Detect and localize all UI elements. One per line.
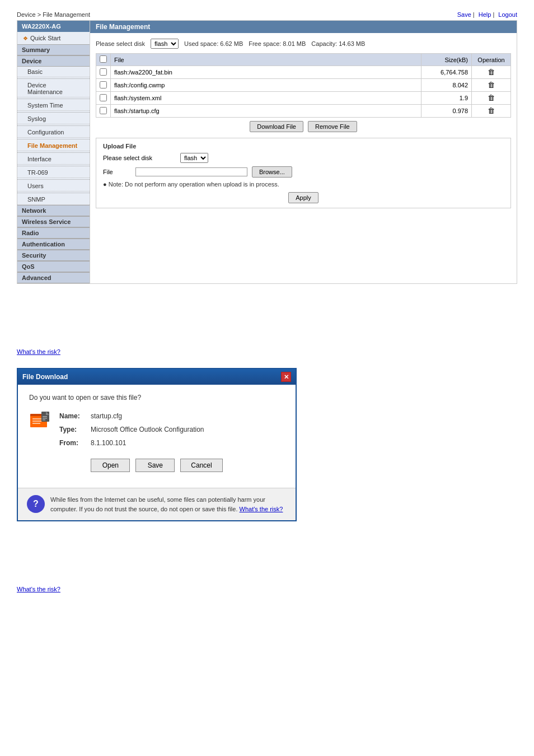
bottom-link[interactable]: What's the risk? — [17, 586, 60, 592]
dialog-file-details: Name: startup.cfg Type: Microsoft Office… — [59, 409, 204, 450]
col-header-file: File — [111, 54, 421, 66]
sidebar-sub-configuration[interactable]: Configuration — [17, 127, 90, 138]
sidebar-category-wireless-service[interactable]: Wireless Service — [17, 216, 90, 227]
bottom-paragraph-3 — [17, 575, 517, 585]
sidebar-sub-tr069[interactable]: TR-069 — [17, 167, 90, 178]
file-actions: Download File Remove File — [96, 121, 511, 132]
delete-icon-2[interactable] — [488, 81, 495, 90]
file-op-1 — [472, 66, 511, 79]
save-link[interactable]: Save — [457, 11, 471, 18]
dialog-buttons: Open Save Cancel — [29, 459, 284, 472]
main-container: WA2220X-AG ❖ Quick Start Summary Device … — [17, 20, 517, 284]
device-name: WA2220X-AG — [17, 21, 90, 32]
svg-rect-7 — [43, 416, 47, 417]
file-download-dialog: File Download ✕ Do you want to open or s… — [17, 368, 297, 521]
bottom-paragraph-2 — [17, 565, 517, 575]
delete-icon-3[interactable] — [488, 94, 495, 102]
disk-select[interactable]: flash — [151, 39, 179, 49]
dialog-title: File Download — [22, 373, 68, 381]
name-value: startup.cfg — [91, 409, 122, 423]
apply-button[interactable]: Apply — [288, 192, 318, 203]
browse-button[interactable]: Browse... — [252, 166, 292, 178]
file-size-1: 6,764.758 — [421, 66, 472, 79]
svg-rect-4 — [32, 423, 40, 424]
row-checkbox-cell — [96, 92, 111, 105]
delete-icon-1[interactable] — [488, 68, 495, 77]
upload-file-input[interactable] — [135, 167, 247, 176]
detail-row-name: Name: startup.cfg — [59, 409, 204, 423]
dialog-section: File Download ✕ Do you want to open or s… — [0, 368, 534, 538]
sidebar-category-authentication[interactable]: Authentication — [17, 239, 90, 250]
free-space: Free space: 8.01 MB — [249, 40, 306, 47]
sidebar-sub-basic[interactable]: Basic — [17, 67, 90, 77]
select-all-checkbox[interactable] — [100, 55, 107, 63]
upload-disk-row: Please select disk flash — [103, 153, 504, 163]
name-label: Name: — [59, 409, 87, 423]
logout-link[interactable]: Logout — [498, 11, 517, 18]
remove-file-button[interactable]: Remove File — [308, 121, 357, 132]
sidebar-category-advanced[interactable]: Advanced — [17, 272, 90, 283]
upload-section: Upload File Please select disk flash Fil… — [96, 138, 511, 208]
table-row: flash:/config.cwmp 8.042 — [96, 79, 511, 92]
upload-title: Upload File — [103, 143, 504, 150]
table-row: flash:/system.xml 1.9 — [96, 92, 511, 105]
help-link[interactable]: Help — [479, 11, 491, 18]
middle-link[interactable]: What's the risk? — [17, 348, 60, 355]
file-name-3: flash:/system.xml — [111, 92, 421, 105]
file-name-4: flash:/startup.cfg — [111, 105, 421, 118]
middle-paragraph-1 — [17, 318, 517, 328]
type-label: Type: — [59, 423, 87, 436]
upload-note-text: Note: Do not perform any operation when … — [109, 181, 279, 188]
upload-disk-select[interactable]: flash — [180, 153, 208, 163]
sidebar-category-radio[interactable]: Radio — [17, 227, 90, 239]
sidebar-sub-users[interactable]: Users — [17, 181, 90, 192]
file-op-4 — [472, 105, 511, 118]
middle-paragraph-2 — [17, 328, 517, 338]
sidebar-sub-system-time[interactable]: System Time — [17, 100, 90, 111]
sidebar-category-qos[interactable]: QoS — [17, 261, 90, 272]
sidebar-category-network[interactable]: Network — [17, 205, 90, 216]
sidebar-category-summary[interactable]: Summary — [17, 44, 90, 55]
sidebar-category-device[interactable]: Device — [17, 55, 90, 67]
svg-rect-8 — [43, 418, 47, 419]
row-checkbox-cell — [96, 79, 111, 92]
sidebar-category-security[interactable]: Security — [17, 250, 90, 261]
cancel-button[interactable]: Cancel — [180, 459, 222, 472]
sidebar-sub-interface[interactable]: Interface — [17, 154, 90, 165]
sidebar: WA2220X-AG ❖ Quick Start Summary Device … — [17, 21, 90, 283]
file-size-2: 8.042 — [421, 79, 472, 92]
file-table: File Size(kB) Operation flash:/wa2200_fa… — [96, 53, 511, 118]
dialog-question: Do you want to open or save this file? — [29, 394, 284, 402]
sidebar-sub-snmp[interactable]: SNMP — [17, 194, 90, 205]
top-bar: Device > File Management Save | Help | L… — [17, 11, 517, 18]
open-button[interactable]: Open — [91, 459, 130, 472]
delete-icon-4[interactable] — [488, 106, 495, 115]
row-checkbox-2[interactable] — [100, 81, 107, 88]
dialog-title-bar: File Download ✕ — [18, 369, 296, 385]
sidebar-sub-syslog[interactable]: Syslog — [17, 114, 90, 124]
download-file-button[interactable]: Download File — [250, 121, 303, 132]
whats-risk-link[interactable]: What's the risk? — [240, 506, 283, 512]
main-content: File Management Please select disk flash… — [90, 21, 517, 283]
sidebar-sub-file-management[interactable]: File Management — [17, 141, 90, 151]
top-actions: Save | Help | Logout — [455, 11, 517, 18]
svg-rect-9 — [43, 419, 45, 421]
upload-file-label: File — [103, 169, 131, 175]
row-checkbox-4[interactable] — [100, 107, 107, 114]
from-label: From: — [59, 436, 87, 450]
save-button[interactable]: Save — [135, 459, 175, 472]
capacity: Capacity: 14.63 MB — [311, 40, 365, 47]
disk-info-row: Please select disk flash Used space: 6.6… — [96, 39, 511, 49]
sidebar-item-quick-start[interactable]: ❖ Quick Start — [17, 33, 90, 43]
row-checkbox-3[interactable] — [100, 94, 107, 101]
type-value: Microsoft Office Outlook Configuration — [91, 423, 204, 436]
sidebar-sub-device-maintenance[interactable]: Device Maintenance — [17, 80, 90, 97]
col-header-operation: Operation — [472, 54, 511, 66]
warning-icon: ? — [27, 495, 45, 513]
dialog-close-button[interactable]: ✕ — [281, 372, 291, 382]
content-area: Please select disk flash Used space: 6.6… — [90, 33, 517, 214]
bottom-text-section: What's the risk? — [0, 538, 534, 605]
detail-row-type: Type: Microsoft Office Outlook Configura… — [59, 423, 204, 436]
warning-text: While files from the Internet can be use… — [50, 495, 287, 514]
row-checkbox-1[interactable] — [100, 68, 107, 76]
